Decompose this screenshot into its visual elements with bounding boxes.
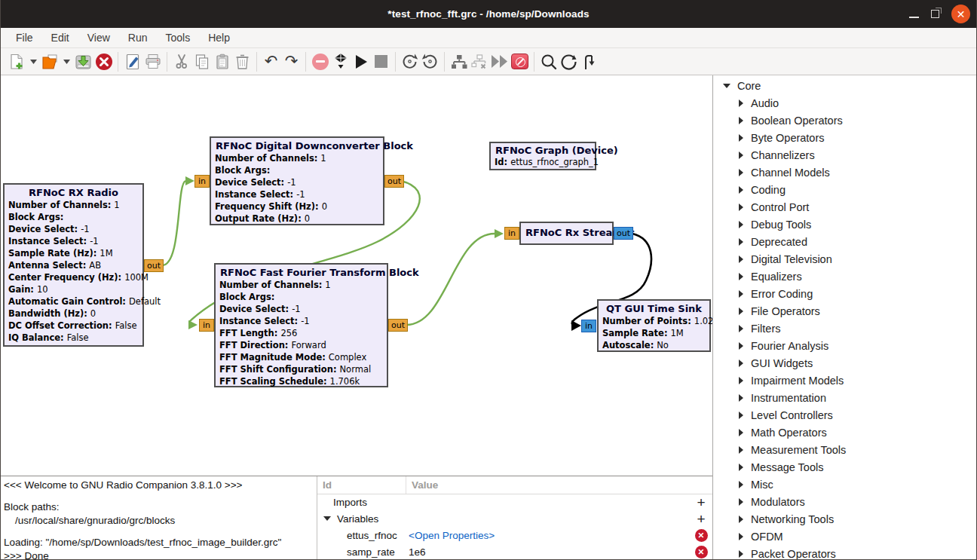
restore-icon[interactable] (931, 10, 939, 18)
menu-item[interactable]: Edit (42, 29, 78, 46)
tree-item[interactable]: Filters (713, 320, 976, 337)
tree-item[interactable]: Error Coding (713, 285, 976, 302)
tree-item[interactable]: Deprecated (713, 233, 976, 250)
tree-item[interactable]: Networking Tools (713, 510, 976, 528)
cut-button[interactable] (171, 51, 191, 72)
expander-right-icon[interactable] (739, 256, 743, 263)
expander-right-icon[interactable] (739, 498, 743, 506)
tree-item[interactable]: Coding (713, 181, 976, 198)
expander-right-icon[interactable] (739, 394, 743, 402)
connection-radio-to-ddc[interactable] (162, 181, 185, 265)
variables-row[interactable]: Variables + (317, 511, 712, 528)
flowgraph-canvas[interactable]: RFNoC RX Radio Number of Channels:1Block… (1, 75, 712, 476)
tree-item[interactable]: Modulators (713, 493, 976, 510)
tree-item[interactable]: File Operators (713, 302, 976, 320)
tree-item[interactable]: Debug Tools (713, 216, 976, 233)
open-file-dropdown-button[interactable] (60, 51, 73, 72)
expander-right-icon[interactable] (739, 117, 743, 124)
reload-blocks-button[interactable] (559, 51, 579, 72)
menu-item[interactable]: View (78, 29, 119, 46)
generate-flowgraph-button[interactable] (330, 51, 351, 72)
tree-item[interactable]: Boolean Operators (713, 112, 976, 129)
block-qt-gui-time-sink[interactable]: QT GUI Time Sink Number of Points:1.024k… (597, 299, 711, 352)
tree-item[interactable]: Impairment Models (713, 372, 976, 389)
menu-item[interactable]: Tools (156, 29, 199, 46)
tree-item-core[interactable]: Core (713, 77, 976, 94)
tree-item[interactable]: Level Controllers (713, 406, 976, 424)
expander-right-icon[interactable] (739, 221, 743, 228)
tree-item[interactable]: Message Tools (713, 458, 976, 476)
expander-right-icon[interactable] (739, 342, 743, 350)
expander-right-icon[interactable] (739, 99, 743, 107)
tree-item[interactable]: Instrumentation (713, 389, 976, 406)
block-rfnoc-rx-streamer[interactable]: RFNoC Rx Streamer (519, 222, 614, 245)
expander-right-icon[interactable] (739, 169, 743, 176)
tree-item[interactable]: Fourier Analysis (713, 337, 976, 354)
fast-forward-button[interactable] (489, 51, 510, 72)
delete-button[interactable] (232, 51, 253, 72)
expander-down-icon[interactable] (723, 84, 730, 88)
rx-streamer-in-port[interactable]: in (504, 227, 519, 240)
tree-item[interactable]: Packet Operators (713, 545, 976, 560)
print-button[interactable] (142, 51, 163, 72)
expander-down-icon[interactable] (323, 516, 331, 521)
new-file-button[interactable] (7, 51, 27, 72)
variable-row-ettus-rfnoc[interactable]: ettus_rfnoc <Open Properties> ✕ (317, 527, 712, 543)
time-sink-in-port[interactable]: in (581, 320, 596, 332)
create-hier-block-button[interactable] (449, 51, 469, 72)
remove-variable-button[interactable]: ✕ (694, 545, 708, 558)
expander-right-icon[interactable] (739, 481, 743, 488)
menu-item[interactable]: Run (119, 29, 157, 46)
menu-item[interactable]: File (7, 29, 42, 46)
expander-right-icon[interactable] (739, 533, 743, 540)
find-block-button[interactable] (538, 51, 559, 72)
menu-item[interactable]: Help (199, 29, 239, 46)
connection-fft-to-streamer[interactable] (406, 234, 495, 325)
tree-item[interactable]: Control Port (713, 198, 976, 216)
tree-item[interactable]: Misc (713, 476, 976, 493)
execute-flowgraph-button[interactable] (351, 51, 371, 72)
open-file-button[interactable] (40, 51, 60, 72)
tree-item[interactable]: Byte Operators (713, 129, 976, 146)
paste-button[interactable] (212, 51, 232, 72)
view-errors-button[interactable] (310, 51, 330, 72)
expander-right-icon[interactable] (739, 186, 743, 194)
expander-right-icon[interactable] (739, 464, 743, 471)
block-rfnoc-rx-radio[interactable]: RFNoC RX Radio Number of Channels:1Block… (3, 183, 144, 347)
expander-right-icon[interactable] (739, 238, 743, 246)
tree-item[interactable]: Equalizers (713, 268, 976, 285)
toggle-disable-blocks-button[interactable] (510, 51, 530, 72)
close-icon[interactable]: ✕ (951, 5, 970, 23)
undo-button[interactable]: ↶ (261, 51, 281, 72)
expander-right-icon[interactable] (739, 325, 743, 332)
console-log[interactable]: <<< Welcome to GNU Radio Companion 3.8.1… (1, 476, 317, 560)
redo-button[interactable]: ↷ (281, 51, 302, 72)
save-file-button[interactable] (73, 51, 93, 72)
expander-right-icon[interactable] (739, 550, 743, 558)
ddc-in-port[interactable]: in (194, 175, 210, 188)
add-variable-button[interactable]: + (694, 512, 708, 525)
fft-out-port[interactable]: out (388, 319, 408, 332)
expander-right-icon[interactable] (739, 516, 743, 523)
expander-right-icon[interactable] (739, 134, 743, 142)
remove-variable-button[interactable]: ✕ (694, 528, 708, 542)
tree-item[interactable]: Measurement Tools (713, 441, 976, 458)
close-file-button[interactable] (93, 51, 114, 72)
screen-capture-button[interactable] (122, 51, 142, 72)
expander-right-icon[interactable] (739, 308, 743, 315)
tree-item[interactable]: Math Operators (713, 424, 976, 441)
rotate-clockwise-button[interactable] (420, 51, 440, 72)
expander-right-icon[interactable] (739, 412, 743, 419)
rx-radio-out-port[interactable]: out (144, 259, 164, 272)
variable-row-samp-rate[interactable]: samp_rate 1e6 ✕ (317, 543, 712, 560)
rx-streamer-out-port[interactable]: out (614, 227, 633, 240)
add-import-button[interactable]: + (694, 496, 708, 510)
expander-right-icon[interactable] (739, 290, 743, 298)
imports-row[interactable]: Imports + (317, 494, 712, 511)
expander-right-icon[interactable] (739, 377, 743, 384)
expander-right-icon[interactable] (739, 273, 743, 280)
kill-flowgraph-button[interactable] (371, 51, 391, 72)
block-library[interactable]: Core Audio Boolean Operators (713, 75, 976, 560)
tree-item[interactable]: GUI Widgets (713, 354, 976, 372)
tree-item[interactable]: Channel Models (713, 164, 976, 181)
